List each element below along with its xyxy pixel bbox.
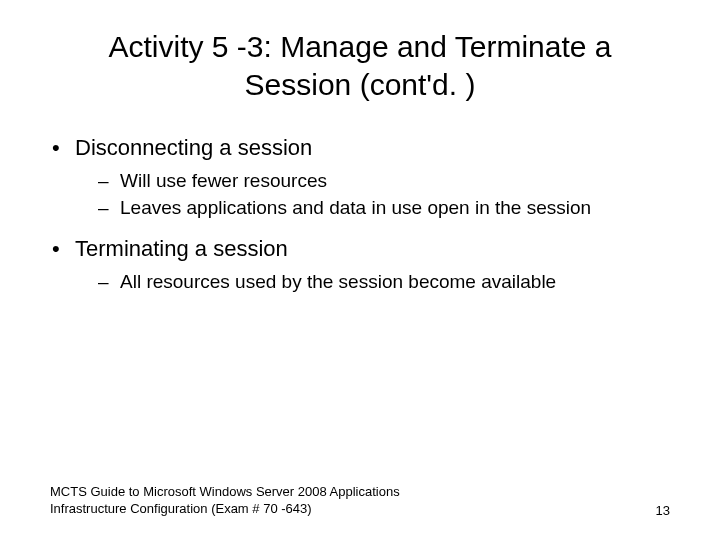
spacer xyxy=(50,224,680,234)
footer-source: MCTS Guide to Microsoft Windows Server 2… xyxy=(50,484,470,518)
bullet-level1: Terminating a session xyxy=(50,234,680,264)
bullet-level1: Disconnecting a session xyxy=(50,133,680,163)
slide-content: Disconnecting a session Will use fewer r… xyxy=(40,133,680,294)
bullet-level2: All resources used by the session become… xyxy=(50,270,680,295)
bullet-level2: Will use fewer resources xyxy=(50,169,680,194)
slide-container: Activity 5 -3: Manage and Terminate a Se… xyxy=(0,0,720,540)
slide-title: Activity 5 -3: Manage and Terminate a Se… xyxy=(40,28,680,103)
page-number: 13 xyxy=(656,503,670,518)
bullet-level2: Leaves applications and data in use open… xyxy=(50,196,680,221)
slide-footer: MCTS Guide to Microsoft Windows Server 2… xyxy=(50,484,670,518)
